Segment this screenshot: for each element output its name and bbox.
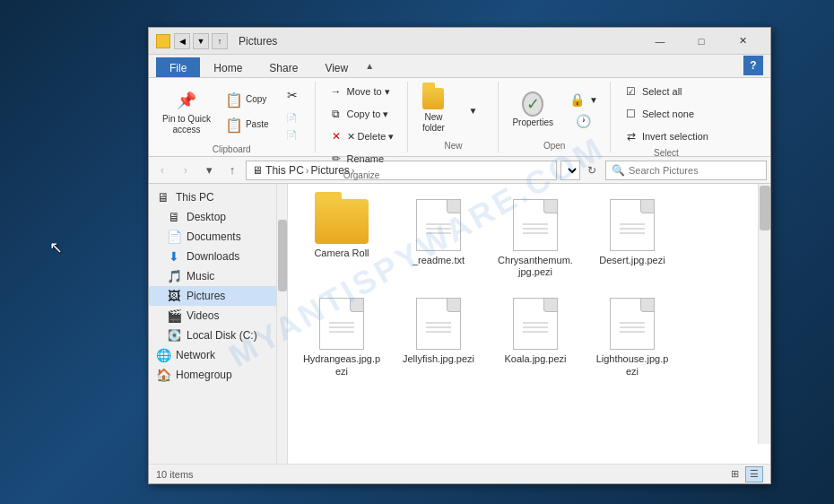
- list-view-button[interactable]: ☰: [745, 466, 763, 482]
- videos-icon: 🎬: [167, 308, 181, 323]
- minimize-button[interactable]: —: [639, 28, 681, 55]
- doc-lines: [426, 322, 451, 333]
- cut-button[interactable]: ✂: [277, 82, 308, 109]
- select-group-content: ☑ Select all ☐ Select none ⇄ Invert sele…: [618, 82, 715, 146]
- homegroup-icon: 🏠: [156, 368, 170, 382]
- file-item-readme[interactable]: _readme.txt: [394, 193, 483, 284]
- new-folder-icon: [422, 88, 444, 109]
- doc-lines: [523, 322, 548, 333]
- file-item-hydrangeas[interactable]: Hydrangeas.jpg.p ezi: [297, 291, 387, 383]
- pin-to-quick-access-button[interactable]: 📌 Pin to Quick access: [156, 85, 217, 140]
- folder-icon-camera-roll: [315, 199, 369, 244]
- select-none-button[interactable]: ☐ Select none: [618, 104, 700, 124]
- file-item-jellyfish[interactable]: Jellyfish.jpg.pezi: [394, 291, 483, 383]
- sidebar-item-downloads[interactable]: ⬇ Downloads: [149, 247, 287, 266]
- quick-access-btn-3[interactable]: ↑: [212, 33, 228, 49]
- search-box[interactable]: 🔍: [605, 161, 767, 180]
- address-bar: ‹ › ▾ ↑ 🖥 This PC › Pictures › ↻ 🔍: [149, 157, 770, 184]
- easy-access-icon: 🔒: [569, 92, 585, 107]
- tab-file[interactable]: File: [156, 57, 200, 77]
- ribbon-minimize-btn[interactable]: ▲: [361, 57, 378, 74]
- select-all-button[interactable]: ☑ Select all: [618, 82, 689, 101]
- sidebar-item-music[interactable]: 🎵 Music: [149, 266, 287, 286]
- copy-path-button[interactable]: 📄: [282, 110, 303, 126]
- copy-to-button[interactable]: ⧉ Copy to ▾: [323, 104, 395, 124]
- file-item-chrysanthemum[interactable]: Chrysanthemum. jpg.pezi: [491, 193, 580, 284]
- sidebar-item-this-pc[interactable]: 🖥 This PC: [149, 187, 287, 207]
- doc-icon-desert: [610, 199, 655, 251]
- up-button[interactable]: ↑: [222, 161, 242, 180]
- easy-access-dropdown[interactable]: 🔒 ▼: [565, 90, 603, 109]
- doc-icon-jellyfish: [416, 298, 461, 350]
- local-disk-icon: 💽: [167, 328, 181, 343]
- music-icon: 🎵: [167, 269, 181, 283]
- pin-icon: 📌: [176, 90, 197, 111]
- doc-icon-koala: [513, 298, 558, 350]
- sidebar-item-pictures[interactable]: 🖼 Pictures: [149, 286, 287, 306]
- invert-selection-button[interactable]: ⇄ Invert selection: [618, 126, 715, 146]
- file-item-koala[interactable]: Koala.jpg.pezi: [491, 291, 580, 383]
- close-button[interactable]: ✕: [722, 28, 763, 55]
- tab-view[interactable]: View: [311, 57, 361, 77]
- copy-button[interactable]: 📋 Copy: [221, 88, 274, 111]
- doc-icon-hydrangeas: [319, 298, 364, 350]
- title-bar: ◀ ▼ ↑ Pictures — □ ✕: [149, 28, 770, 55]
- paste-shortcut-button[interactable]: 📄: [282, 127, 303, 143]
- sidebar-item-documents[interactable]: 📄 Documents: [149, 227, 287, 247]
- delete-button[interactable]: ✕ ✕ Delete ▾: [323, 126, 401, 146]
- move-to-button[interactable]: → Move to ▾: [323, 82, 396, 101]
- refresh-button[interactable]: ↻: [582, 161, 602, 180]
- select-group: ☑ Select all ☐ Select none ⇄ Invert sele…: [611, 82, 722, 152]
- file-explorer-window: ◀ ▼ ↑ Pictures — □ ✕ File Home Share Vie…: [148, 27, 771, 484]
- documents-icon: 📄: [167, 230, 181, 244]
- file-area-scrollbar-thumb: [760, 186, 770, 230]
- copy-path-icon: 📄: [286, 113, 297, 123]
- help-button[interactable]: ?: [743, 56, 763, 75]
- back-button[interactable]: ‹: [152, 161, 172, 180]
- properties-button[interactable]: ✓ Properties: [506, 89, 560, 133]
- downloads-icon: ⬇: [167, 249, 181, 264]
- address-field[interactable]: 🖥 This PC › Pictures ›: [246, 161, 557, 180]
- doc-lines: [620, 322, 645, 333]
- select-all-icon: ☑: [624, 84, 639, 99]
- sidebar-item-videos[interactable]: 🎬 Videos: [149, 306, 287, 326]
- file-item-lighthouse[interactable]: Lighthouse.jpg.p ezi: [587, 291, 677, 383]
- sidebar-scrollbar[interactable]: [276, 184, 287, 464]
- rename-button[interactable]: ✏ Rename: [323, 149, 391, 169]
- recent-locations-button[interactable]: ▾: [199, 161, 219, 180]
- move-to-icon: →: [329, 84, 343, 99]
- tab-share[interactable]: Share: [256, 57, 311, 77]
- delete-icon: ✕: [329, 129, 343, 143]
- file-item-camera-roll[interactable]: Camera Roll: [297, 193, 387, 284]
- forward-button[interactable]: ›: [176, 161, 195, 180]
- properties-icon: ✓: [522, 93, 543, 115]
- ribbon-toolbar: 📌 Pin to Quick access 📋 Copy 📋 Paste: [149, 78, 770, 157]
- doc-icon-readme: [416, 199, 461, 251]
- doc-lines: [426, 223, 451, 234]
- quick-access-btn-1[interactable]: ◀: [174, 33, 190, 49]
- open-history-button[interactable]: 🕐: [565, 111, 601, 131]
- new-item-dropdown[interactable]: ▼: [455, 103, 491, 118]
- maximize-button[interactable]: □: [681, 28, 722, 55]
- new-folder-button[interactable]: New folder: [415, 83, 451, 138]
- new-label: New: [444, 139, 462, 152]
- paste-button[interactable]: 📋 Paste: [221, 113, 274, 136]
- open-group: ✓ Properties 🔒 ▼ 🕐 Open: [499, 82, 610, 152]
- file-area-scrollbar[interactable]: [758, 184, 770, 444]
- address-dropdown[interactable]: [560, 161, 580, 180]
- new-group-content: New folder ▼: [415, 82, 491, 139]
- sidebar-item-homegroup[interactable]: 🏠 Homegroup: [149, 365, 287, 385]
- paste-shortcut-icon: 📄: [286, 130, 297, 140]
- tab-home[interactable]: Home: [200, 57, 256, 77]
- sidebar-item-desktop[interactable]: 🖥 Desktop: [149, 207, 287, 227]
- search-input[interactable]: [629, 165, 760, 176]
- sidebar-item-network[interactable]: 🌐 Network: [149, 345, 287, 365]
- grid-view-button[interactable]: ⊞: [725, 466, 743, 482]
- doc-icon-chrysanthemum: [513, 199, 558, 251]
- new-group: New folder ▼ New: [408, 82, 499, 152]
- quick-access-btn-2[interactable]: ▼: [193, 33, 209, 49]
- file-item-desert[interactable]: Desert.jpg.pezi: [587, 193, 677, 284]
- sidebar-item-local-disk[interactable]: 💽 Local Disk (C:): [149, 326, 287, 345]
- rename-icon: ✏: [329, 152, 343, 166]
- breadcrumb-this-pc[interactable]: 🖥 This PC: [252, 164, 304, 177]
